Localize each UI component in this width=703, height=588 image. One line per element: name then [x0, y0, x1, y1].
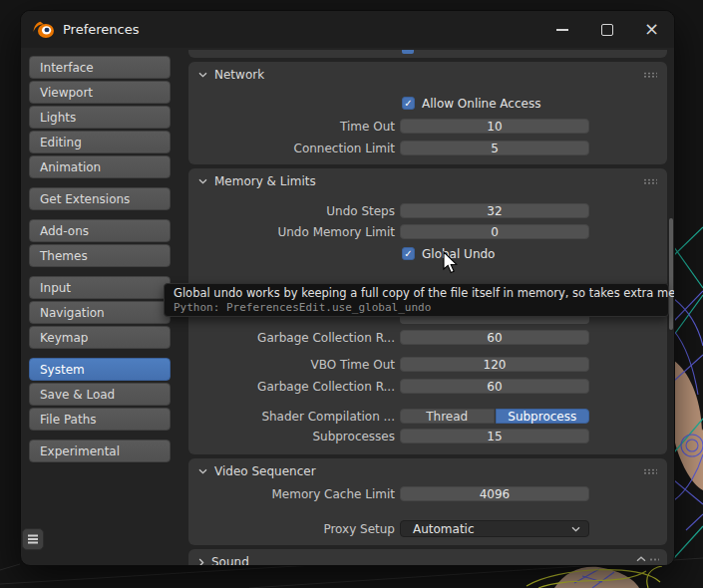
- panel-header-network[interactable]: Network: [188, 62, 667, 88]
- sidebar-item-interface[interactable]: Interface: [29, 56, 171, 79]
- field-label: VBO Time Out: [188, 358, 400, 372]
- field-value: 60: [487, 380, 502, 394]
- close-button[interactable]: ×: [629, 11, 674, 48]
- minimize-icon: [556, 29, 568, 31]
- chevron-down-icon: [571, 526, 580, 532]
- row-shader-compilation: Shader Compilation ... Thread Subprocess: [188, 409, 667, 424]
- field-label: Undo Memory Limit: [188, 225, 400, 239]
- field-label: Connection Limit: [188, 142, 400, 155]
- sidebar-item-experimental[interactable]: Experimental: [29, 440, 171, 462]
- sidebar-item-input[interactable]: Input: [29, 276, 171, 299]
- field-value: 120: [484, 358, 507, 372]
- panel-network: Network ✓ Allow Online Access Time Out 1…: [188, 62, 667, 164]
- connection-limit-field[interactable]: 5: [400, 141, 589, 155]
- row-undo-steps: Undo Steps 32: [188, 203, 667, 218]
- sidebar-item-label: Editing: [40, 136, 82, 149]
- preferences-window: Preferences × Interface Viewport Lights …: [20, 10, 675, 566]
- field-value: 4096: [480, 487, 511, 501]
- panel-title: Video Sequencer: [214, 464, 316, 478]
- chevron-down-icon: [198, 468, 207, 474]
- row-undo-memory-limit: Undo Memory Limit 0: [188, 224, 667, 239]
- hamburger-icon: [28, 538, 38, 540]
- sidebar-item-label: File Paths: [40, 413, 97, 427]
- sidebar-item-viewport[interactable]: Viewport: [29, 81, 171, 104]
- panel-drag-handle-icon[interactable]: [643, 178, 657, 184]
- vertical-scrollbar-thumb[interactable]: [669, 218, 673, 330]
- panel-header-video-sequencer[interactable]: Video Sequencer: [188, 458, 667, 484]
- maximize-icon: [601, 24, 613, 36]
- row-time-out: Time Out 10: [188, 119, 667, 134]
- sidebar-item-addons[interactable]: Add-ons: [29, 219, 171, 242]
- shader-thread-option[interactable]: Thread: [400, 409, 495, 424]
- sidebar-item-label: Input: [40, 281, 71, 295]
- sidebar-item-file-paths[interactable]: File Paths: [29, 408, 171, 431]
- field-label: Shader Compilation ...: [188, 410, 400, 424]
- global-undo-checkbox[interactable]: ✓: [402, 247, 415, 260]
- allow-online-access-checkbox[interactable]: ✓: [402, 97, 415, 110]
- sidebar-item-get-extensions[interactable]: Get Extensions: [29, 187, 171, 210]
- sidebar-nav: Interface Viewport Lights Editing Animat…: [29, 56, 171, 471]
- panel-header-sound[interactable]: Sound: [188, 549, 667, 566]
- sidebar-item-label: Animation: [40, 160, 101, 174]
- tooltip-python-path: Python: PreferencesEdit.use_global_undo: [174, 301, 659, 315]
- maximize-button[interactable]: [584, 11, 629, 48]
- field-value: 32: [487, 204, 502, 218]
- field-label: Memory Cache Limit: [188, 487, 400, 501]
- sidebar-item-save-load[interactable]: Save & Load: [29, 383, 171, 406]
- sidebar-item-lights[interactable]: Lights: [29, 106, 171, 129]
- panel-drag-handle-icon[interactable]: [643, 468, 657, 474]
- window-controls: ×: [539, 11, 674, 48]
- checkbox-partial: [402, 50, 414, 54]
- field-label: Time Out: [188, 120, 400, 134]
- mouse-cursor: [443, 251, 459, 275]
- tooltip-text: Global undo works by keeping a full copy…: [174, 286, 659, 301]
- chevron-down-icon: [198, 72, 207, 78]
- sidebar-item-themes[interactable]: Themes: [29, 244, 171, 267]
- field-label: Garbage Collection R...: [188, 380, 400, 394]
- sidebar-item-label: Lights: [40, 111, 76, 125]
- undo-memory-limit-field[interactable]: 0: [400, 224, 589, 239]
- field-value: 10: [487, 120, 502, 134]
- dropdown-value: Automatic: [413, 522, 475, 536]
- sidebar-item-animation[interactable]: Animation: [29, 155, 171, 178]
- row-garbage-collection-2: Garbage Collection R... 60: [188, 379, 667, 394]
- sidebar-item-editing[interactable]: Editing: [29, 131, 171, 153]
- panel-header-memory-limits[interactable]: Memory & Limits: [188, 168, 667, 194]
- field-value: 0: [491, 225, 499, 239]
- chevron-right-icon: [198, 558, 204, 567]
- sidebar-item-label: Interface: [40, 61, 94, 75]
- row-memory-cache-limit: Memory Cache Limit 4096: [188, 486, 667, 501]
- field-value: 60: [487, 331, 502, 345]
- panel-partial-top: [188, 50, 667, 58]
- sidebar-item-label: Keymap: [40, 331, 88, 345]
- check-icon: ✓: [404, 248, 412, 259]
- row-proxy-setup: Proxy Setup Automatic: [188, 520, 667, 537]
- memory-cache-limit-field[interactable]: 4096: [400, 486, 589, 501]
- time-out-field[interactable]: 10: [400, 119, 589, 134]
- sidebar-item-navigation[interactable]: Navigation: [29, 301, 171, 324]
- vbo-time-out-field[interactable]: 120: [400, 357, 589, 372]
- sidebar-item-system[interactable]: System: [29, 358, 171, 381]
- panel-video-sequencer: Video Sequencer Memory Cache Limit 4096 …: [188, 458, 667, 545]
- field-partial: [400, 317, 589, 324]
- panel-sound: Sound: [188, 549, 667, 566]
- panel-drag-handle-icon[interactable]: [643, 72, 657, 78]
- sidebar-item-label: Get Extensions: [40, 192, 130, 206]
- subprocesses-field[interactable]: 15: [400, 429, 589, 443]
- check-icon: ✓: [404, 98, 412, 109]
- titlebar: Preferences ×: [21, 11, 674, 48]
- garbage-collection-field-2[interactable]: 60: [400, 379, 589, 394]
- garbage-collection-field[interactable]: 60: [400, 330, 589, 345]
- row-allow-online-access: ✓ Allow Online Access: [188, 96, 667, 111]
- undo-steps-field[interactable]: 32: [400, 203, 589, 218]
- preferences-menu-button[interactable]: [22, 528, 44, 550]
- sidebar-item-label: Navigation: [40, 306, 105, 320]
- row-global-undo: ✓ Global Undo: [188, 246, 667, 261]
- shader-subprocess-option[interactable]: Subprocess: [496, 409, 590, 424]
- proxy-setup-dropdown[interactable]: Automatic: [400, 520, 589, 537]
- row-connection-limit: Connection Limit 5: [188, 141, 667, 155]
- scroll-to-top-widget[interactable]: [636, 556, 659, 562]
- sidebar-item-keymap[interactable]: Keymap: [29, 326, 171, 349]
- minimize-button[interactable]: [539, 11, 584, 48]
- checkbox-label: Allow Online Access: [422, 97, 540, 111]
